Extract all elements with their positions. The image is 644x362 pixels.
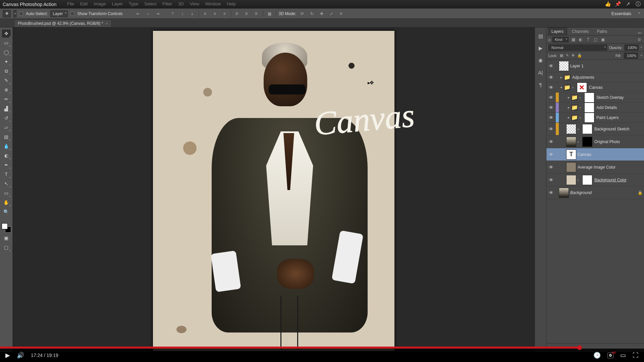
stamp-tool[interactable]: ▟ — [2, 105, 11, 113]
mask-link-icon[interactable]: ▪ — [578, 127, 582, 131]
pen-tool[interactable]: ✒ — [2, 161, 11, 169]
lock-all-icon[interactable]: 🔒 — [577, 53, 582, 58]
layer-name[interactable]: Background Sketch — [594, 127, 644, 131]
history-panel-icon[interactable]: ▤ — [537, 32, 545, 40]
layer-name[interactable]: Sketch Overlay — [596, 95, 644, 100]
visibility-toggle[interactable]: 👁 — [546, 190, 556, 195]
expand-toggle[interactable]: ▸ — [566, 116, 571, 119]
tab-channels[interactable]: Channels — [569, 28, 592, 35]
3d-slide-icon[interactable]: ⤢ — [328, 10, 335, 17]
auto-select-checkbox[interactable] — [19, 12, 23, 16]
filter-type-icon[interactable]: T — [585, 37, 591, 42]
layer-thumbnail[interactable]: 📁 — [564, 84, 571, 91]
tool-preset-dropdown[interactable]: ▾ — [13, 10, 16, 17]
menu-item[interactable]: Help — [227, 1, 236, 6]
align-top-icon[interactable]: ⇡ — [169, 10, 176, 17]
canvas-area[interactable]: Canvas ▸✥ — [13, 27, 535, 352]
filter-adjust-icon[interactable]: ◐ — [578, 37, 583, 42]
move-tool[interactable]: ✥ — [2, 29, 11, 38]
theater-mode-icon[interactable]: ▭ — [620, 352, 626, 359]
layer-mask-thumbnail[interactable]: ✕ — [577, 82, 587, 93]
history-brush-tool[interactable]: ↺ — [2, 114, 11, 122]
visibility-toggle[interactable]: 👁 — [546, 95, 556, 100]
mask-link-icon[interactable]: ▪ — [580, 106, 584, 110]
chevron-down-icon[interactable]: ▾ — [641, 46, 642, 49]
distribute-icon[interactable]: ⊪ — [234, 10, 241, 17]
3d-scale-icon[interactable]: ⤧ — [338, 10, 345, 17]
dodge-tool[interactable]: ◐ — [2, 152, 11, 160]
layer-name[interactable]: Background — [570, 190, 636, 195]
align-vcenter-icon[interactable]: ↕ — [179, 10, 186, 17]
menu-item[interactable]: Edit — [80, 1, 88, 6]
path-select-tool[interactable]: ↖ — [2, 180, 11, 188]
quickmask-tool[interactable]: ▣ — [2, 234, 11, 242]
distribute-icon[interactable]: ≡ — [202, 10, 209, 17]
video-progress-track[interactable] — [0, 347, 644, 349]
menu-item[interactable]: Type — [129, 1, 138, 6]
tab-paths[interactable]: Paths — [594, 28, 611, 35]
layer-name[interactable]: Original Photo — [594, 139, 644, 144]
layer-thumbnail[interactable]: T — [566, 149, 576, 160]
layer-name[interactable]: Average Image Color — [578, 165, 644, 170]
layer-thumbnail[interactable] — [559, 61, 569, 71]
menu-item[interactable]: Layer — [112, 1, 123, 6]
align-right-icon[interactable]: ⇥ — [154, 10, 161, 17]
layer-thumbnail[interactable]: 📁 — [571, 114, 578, 121]
move-tool-icon[interactable]: ✥ — [3, 10, 11, 17]
pin-icon[interactable]: 📌 — [614, 1, 621, 7]
fullscreen-icon[interactable]: ⛶ — [633, 352, 639, 359]
gradient-tool[interactable]: ▤ — [2, 133, 11, 141]
layer-row-bgcolor[interactable]: 👁▪Background Color — [546, 174, 644, 186]
lock-position-icon[interactable]: ✥ — [572, 53, 575, 58]
search-icon[interactable]: ρ — [548, 38, 550, 42]
3d-orbit-icon[interactable]: ⟳ — [299, 10, 306, 17]
menu-item[interactable]: Filter — [162, 1, 172, 6]
mask-link-icon[interactable]: ▪ — [580, 96, 584, 100]
menu-item[interactable]: Image — [94, 1, 106, 6]
mask-link-icon[interactable]: ▪ — [572, 85, 577, 89]
layer-mask-thumbnail[interactable] — [582, 175, 592, 185]
fill-field[interactable]: 100% — [624, 53, 638, 59]
layer-name[interactable]: Paint Layers — [596, 115, 644, 120]
lock-pixels-icon[interactable]: ✎ — [566, 53, 569, 58]
expand-toggle[interactable]: ▾ — [559, 85, 564, 89]
visibility-toggle[interactable]: 👁 — [546, 177, 556, 183]
healing-tool[interactable]: ⊕ — [2, 86, 11, 94]
layer-mask-thumbnail[interactable] — [584, 103, 594, 113]
distribute-icon[interactable]: ≡ — [221, 10, 228, 17]
zoom-tool[interactable]: 🔍 — [2, 208, 11, 216]
character-panel-icon[interactable]: A| — [537, 68, 545, 76]
visibility-toggle[interactable]: 👁 — [546, 126, 556, 132]
layer-row-bgsketch[interactable]: 👁▪Background Sketch — [546, 123, 644, 135]
layer-row-paint[interactable]: 👁▸📁▪Paint Layers — [546, 113, 644, 123]
watch-later-icon[interactable]: 🕓 — [593, 352, 601, 359]
opacity-field[interactable]: 100% — [625, 45, 639, 51]
share-icon[interactable]: ↗ — [625, 1, 631, 7]
mask-link-icon[interactable]: ▪ — [580, 116, 584, 120]
align-left-icon[interactable]: ⇤ — [135, 10, 142, 17]
filter-smart-icon[interactable]: ▣ — [600, 37, 605, 42]
align-hcenter-icon[interactable]: ↔ — [145, 10, 152, 17]
volume-button[interactable]: 🔊 — [17, 352, 24, 359]
show-transform-checkbox[interactable] — [70, 12, 74, 16]
marquee-tool[interactable]: ▭ — [2, 39, 11, 47]
layer-thumbnail[interactable]: 📁 — [571, 104, 578, 111]
panel-menu-icon[interactable]: ▾≡ — [638, 31, 642, 35]
paragraph-panel-icon[interactable]: ¶ — [537, 80, 545, 88]
layer-thumbnail[interactable]: 📁 — [564, 74, 571, 81]
3d-roll-icon[interactable]: ↻ — [309, 10, 316, 17]
distribute-icon[interactable]: ⊪ — [253, 10, 260, 17]
lasso-tool[interactable]: ◯ — [2, 48, 11, 56]
layer-name[interactable]: Add Details — [596, 105, 644, 110]
layer-row-orig[interactable]: 👁▪Original Photo — [546, 135, 644, 148]
close-icon[interactable]: × — [106, 21, 108, 25]
blend-mode-dropdown[interactable]: Normal — [548, 45, 607, 51]
layer-thumbnail[interactable] — [566, 175, 576, 185]
visibility-toggle[interactable]: 👁 — [546, 115, 556, 120]
layer-row-details[interactable]: 👁▸📁▪Add Details — [546, 103, 644, 113]
layer-thumbnail[interactable] — [566, 137, 576, 147]
menu-item[interactable]: Window — [205, 1, 221, 6]
actions-panel-icon[interactable]: ▶ — [537, 44, 545, 52]
eraser-tool[interactable]: ▱ — [2, 123, 11, 131]
info-icon[interactable]: ⓘ — [635, 1, 641, 7]
